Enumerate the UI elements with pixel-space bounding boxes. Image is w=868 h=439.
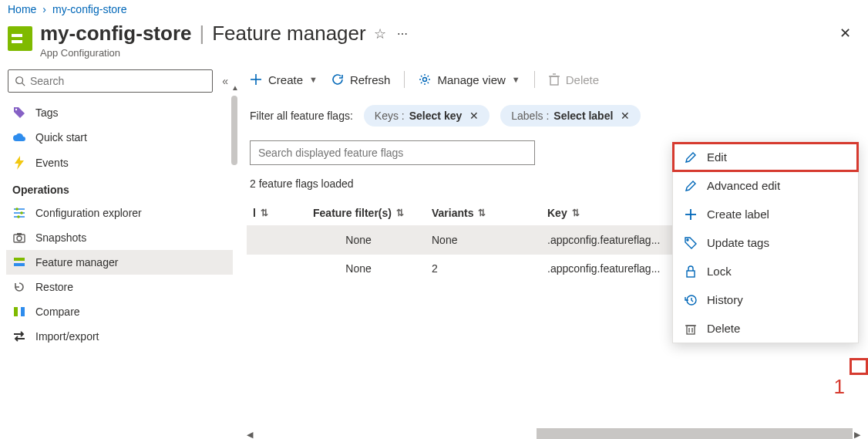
refresh-button[interactable]: Refresh xyxy=(331,73,391,86)
col-enabled[interactable]: l⇅ xyxy=(247,207,293,219)
refresh-label: Refresh xyxy=(350,73,391,86)
more-actions-icon[interactable]: ⋯ xyxy=(394,28,411,40)
pill-key: Labels : xyxy=(511,110,549,122)
clear-filter-icon[interactable]: ✕ xyxy=(621,110,630,122)
app-config-icon xyxy=(8,26,32,51)
page-header: my-config-store | Feature manager ☆ ⋯ Ap… xyxy=(0,20,868,65)
sidebar-item-snapshots[interactable]: Snapshots xyxy=(6,225,233,250)
menu-delete[interactable]: Delete xyxy=(673,314,858,343)
trash-icon xyxy=(684,322,698,335)
favorite-star-icon[interactable]: ☆ xyxy=(374,25,386,42)
manage-view-button[interactable]: Manage view ▼ xyxy=(419,73,520,86)
sidebar-item-restore[interactable]: Restore xyxy=(6,275,233,299)
col-filters[interactable]: Feature filter(s)⇅ xyxy=(293,207,424,219)
plus-icon xyxy=(684,209,698,220)
col-key[interactable]: Key⇅ xyxy=(532,207,686,219)
sidebar-label: Feature manager xyxy=(35,256,118,268)
close-button[interactable]: ✕ xyxy=(833,22,857,45)
sidebar-label: Snapshots xyxy=(35,231,86,244)
search-flags-input[interactable] xyxy=(258,147,527,159)
sidebar-scrollbar[interactable] xyxy=(231,96,237,165)
sidebar-item-compare[interactable]: Compare xyxy=(6,299,233,324)
sidebar-label: Quick start xyxy=(35,131,87,144)
sidebar-label: Import/export xyxy=(35,330,99,343)
sidebar-label: Restore xyxy=(35,281,73,293)
svg-rect-14 xyxy=(14,307,18,316)
scroll-up-icon[interactable]: ▲ xyxy=(231,83,239,92)
svg-rect-19 xyxy=(550,76,558,85)
svg-rect-11 xyxy=(17,233,22,235)
sidebar-item-import-export[interactable]: Import/export xyxy=(6,324,233,349)
scrollbar-thumb[interactable] xyxy=(537,428,853,439)
pill-value: Select key xyxy=(409,110,463,122)
lightning-icon xyxy=(12,156,26,170)
chevron-down-icon: ▼ xyxy=(512,75,520,84)
sidebar-section-operations: Operations xyxy=(6,176,233,201)
compare-icon xyxy=(12,306,26,318)
trash-icon xyxy=(549,73,560,86)
sidebar-label: Tags xyxy=(35,106,59,119)
svg-line-1 xyxy=(22,83,25,86)
sort-icon: ⇅ xyxy=(261,208,268,218)
menu-label: Advanced edit xyxy=(707,179,780,192)
cell-key: .appconfig.featureflag... xyxy=(532,234,686,246)
main-content: Create ▼ Refresh Manage view ▼ Delete Fi… xyxy=(239,65,868,439)
page-title: my-config-store xyxy=(40,22,191,46)
svg-rect-13 xyxy=(14,263,25,266)
menu-advanced-edit[interactable]: Advanced edit xyxy=(673,171,858,200)
menu-create-label[interactable]: Create label xyxy=(673,200,858,228)
history-icon xyxy=(684,294,698,306)
menu-edit[interactable]: Edit xyxy=(673,143,858,171)
clear-filter-icon[interactable]: ✕ xyxy=(469,110,479,122)
menu-label: Update tags xyxy=(707,236,769,249)
scroll-right-icon[interactable]: ▶ xyxy=(853,430,862,440)
manage-label: Manage view xyxy=(437,73,505,86)
filter-label: Filter all feature flags: xyxy=(250,110,353,122)
search-icon xyxy=(15,76,25,86)
cell-variants: 2 xyxy=(424,262,532,275)
col-variants[interactable]: Variants⇅ xyxy=(424,207,532,219)
tag-icon xyxy=(12,106,26,119)
cell-variants: None xyxy=(424,234,532,246)
sidebar-item-quickstart[interactable]: Quick start xyxy=(6,125,233,150)
svg-point-10 xyxy=(17,236,22,241)
create-button[interactable]: Create ▼ xyxy=(250,73,318,86)
horizontal-scrollbar[interactable]: ◀ ▶ xyxy=(245,428,862,439)
svg-rect-25 xyxy=(687,271,695,277)
svg-rect-15 xyxy=(21,307,25,316)
restore-icon xyxy=(12,281,26,293)
annotation-1: 1 xyxy=(834,375,845,399)
sidebar-search[interactable] xyxy=(8,69,213,93)
svg-point-0 xyxy=(16,77,23,84)
sidebar-item-config-explorer[interactable]: Configuration explorer xyxy=(6,201,233,225)
filter-pill-labels[interactable]: Labels : Select label ✕ xyxy=(500,105,641,127)
svg-rect-12 xyxy=(14,258,25,261)
sidebar-item-events[interactable]: Events xyxy=(6,150,233,176)
collapse-sidebar-button[interactable]: « xyxy=(219,72,231,90)
title-separator: | xyxy=(199,22,204,46)
sidebar-item-tags[interactable]: Tags xyxy=(6,100,233,125)
chevron-right-icon: › xyxy=(42,3,46,15)
menu-history[interactable]: History xyxy=(673,285,858,314)
cell-filters: None xyxy=(293,234,424,246)
pencil-icon xyxy=(684,180,698,192)
filter-pill-keys[interactable]: Keys : Select key ✕ xyxy=(364,105,490,127)
menu-update-tags[interactable]: Update tags xyxy=(673,228,858,257)
sidebar-label: Configuration explorer xyxy=(35,207,142,219)
menu-lock[interactable]: Lock xyxy=(673,257,858,285)
menu-label: Create label xyxy=(707,208,769,221)
plus-icon xyxy=(250,73,262,86)
breadcrumb-home[interactable]: Home xyxy=(8,3,36,15)
lock-icon xyxy=(684,265,698,278)
breadcrumb: Home › my-config-store xyxy=(0,0,868,20)
menu-label: Delete xyxy=(707,322,740,335)
breadcrumb-store[interactable]: my-config-store xyxy=(52,3,126,15)
toolbar-divider xyxy=(534,71,535,88)
cell-key: .appconfig.featureflag... xyxy=(532,262,686,275)
menu-label: History xyxy=(707,293,743,306)
pill-value: Select label xyxy=(553,110,613,122)
scroll-left-icon[interactable]: ◀ xyxy=(245,430,254,440)
sidebar-search-input[interactable] xyxy=(30,75,206,87)
sidebar-item-feature-manager[interactable]: Feature manager xyxy=(6,250,233,275)
search-flags[interactable] xyxy=(250,140,535,165)
